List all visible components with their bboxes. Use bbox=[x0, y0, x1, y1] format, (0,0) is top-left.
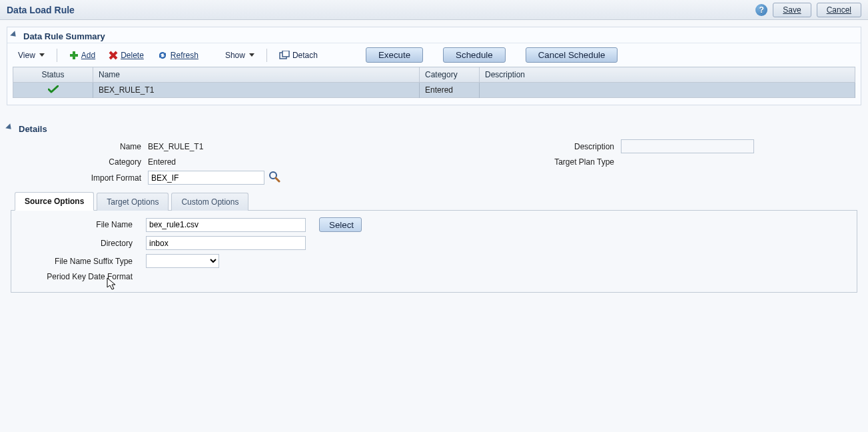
tab-custom-options[interactable]: Custom Options bbox=[171, 193, 248, 211]
status-ok-icon bbox=[48, 85, 59, 95]
col-status[interactable]: Status bbox=[13, 67, 93, 83]
label-import-format: Import Format bbox=[15, 173, 148, 183]
tab-source-options[interactable]: Source Options bbox=[15, 192, 94, 211]
details-header: Details bbox=[7, 120, 861, 135]
schedule-button[interactable]: Schedule bbox=[443, 47, 506, 63]
rules-table: Status Name Category Description BEX_RUL… bbox=[13, 67, 855, 98]
details-panel: Details Name BEX_RULE_T1 Description Cat… bbox=[7, 120, 861, 293]
cancel-schedule-button[interactable]: Cancel Schedule bbox=[526, 47, 618, 63]
page-title: Data Load Rule bbox=[7, 5, 75, 15]
value-category: Entered bbox=[148, 157, 348, 167]
execute-button[interactable]: Execute bbox=[366, 47, 423, 63]
details-tabs: Source Options Target Options Custom Opt… bbox=[11, 191, 857, 211]
refresh-button[interactable]: Refresh bbox=[152, 49, 204, 62]
view-label: View bbox=[18, 51, 35, 60]
refresh-icon bbox=[157, 51, 168, 60]
chevron-down-icon bbox=[39, 53, 45, 57]
details-form: Name BEX_RULE_T1 Description Category En… bbox=[7, 135, 861, 191]
select-file-button[interactable]: Select bbox=[319, 217, 362, 232]
label-file-name: File Name bbox=[19, 220, 139, 229]
label-directory: Directory bbox=[19, 239, 139, 248]
value-name: BEX_RULE_T1 bbox=[148, 142, 348, 151]
label-target-plan-type: Target Plan Type bbox=[514, 157, 621, 167]
chevron-down-icon bbox=[249, 53, 254, 57]
header-actions: ? Save Cancel bbox=[755, 3, 861, 17]
search-icon[interactable] bbox=[268, 171, 280, 185]
import-format-field[interactable] bbox=[148, 171, 264, 185]
detach-button[interactable]: Detach bbox=[274, 49, 323, 62]
table-header-row: Status Name Category Description bbox=[13, 67, 855, 83]
body-area: Data Rule Summary View Add Delete bbox=[0, 20, 868, 293]
disclosure-icon[interactable] bbox=[5, 123, 16, 134]
show-menu[interactable]: Show bbox=[220, 49, 260, 62]
view-menu[interactable]: View bbox=[13, 49, 50, 62]
toolbar-separator bbox=[266, 49, 267, 62]
help-icon[interactable]: ? bbox=[755, 4, 767, 16]
tab-target-options[interactable]: Target Options bbox=[97, 193, 169, 211]
toolbar-separator bbox=[57, 49, 57, 62]
add-label: Add bbox=[81, 51, 95, 60]
cell-category: Entered bbox=[420, 83, 480, 98]
summary-header: Data Rule Summary bbox=[7, 27, 861, 43]
file-name-field[interactable] bbox=[146, 218, 306, 232]
refresh-label: Refresh bbox=[171, 51, 199, 60]
show-label: Show bbox=[225, 51, 245, 60]
col-name[interactable]: Name bbox=[93, 67, 420, 83]
summary-panel: Data Rule Summary View Add Delete bbox=[7, 27, 861, 105]
source-options-form: File Name Select Directory File Name Suf… bbox=[19, 217, 849, 281]
details-title: Details bbox=[19, 124, 47, 134]
label-name: Name bbox=[15, 142, 148, 151]
svg-line-7 bbox=[276, 178, 279, 181]
col-category[interactable]: Category bbox=[420, 67, 480, 83]
import-format-lookup bbox=[148, 171, 348, 185]
tab-body-source: File Name Select Directory File Name Suf… bbox=[11, 211, 857, 293]
table-row[interactable]: BEX_RULE_T1 Entered bbox=[13, 83, 855, 98]
delete-icon bbox=[109, 51, 118, 60]
label-period-key-format: Period Key Date Format bbox=[19, 272, 139, 281]
delete-label: Delete bbox=[121, 51, 144, 60]
detach-label: Detach bbox=[292, 51, 318, 60]
cancel-button[interactable]: Cancel bbox=[817, 3, 861, 17]
delete-button[interactable]: Delete bbox=[103, 49, 149, 62]
label-category: Category bbox=[15, 157, 148, 167]
plus-icon bbox=[69, 51, 79, 60]
description-field[interactable] bbox=[621, 139, 754, 153]
summary-toolbar: View Add Delete Refresh bbox=[7, 43, 861, 67]
toolbar-action-buttons: Execute Schedule Cancel Schedule bbox=[366, 47, 618, 63]
summary-title: Data Rule Summary bbox=[23, 31, 105, 41]
detach-icon bbox=[279, 51, 290, 60]
disclosure-icon[interactable] bbox=[10, 31, 21, 41]
svg-rect-5 bbox=[282, 51, 289, 57]
label-description: Description bbox=[514, 142, 621, 151]
page-header: Data Load Rule ? Save Cancel bbox=[0, 0, 868, 20]
save-button[interactable]: Save bbox=[773, 3, 811, 17]
cell-description bbox=[480, 83, 855, 98]
add-button[interactable]: Add bbox=[64, 49, 101, 62]
suffix-type-select[interactable] bbox=[146, 254, 219, 268]
directory-field[interactable] bbox=[146, 236, 306, 250]
cell-name: BEX_RULE_T1 bbox=[93, 83, 420, 98]
label-suffix-type: File Name Suffix Type bbox=[19, 257, 139, 266]
svg-rect-1 bbox=[70, 54, 78, 57]
col-description[interactable]: Description bbox=[480, 67, 855, 83]
